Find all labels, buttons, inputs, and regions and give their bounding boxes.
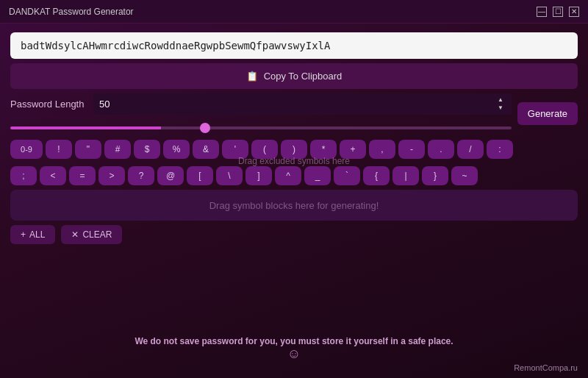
sym-open-brace[interactable]: { xyxy=(363,166,390,185)
sym-question[interactable]: ? xyxy=(128,166,154,185)
sym-ampersand[interactable]: & xyxy=(193,140,219,159)
sym-apostrophe[interactable]: ' xyxy=(222,140,248,159)
sym-quote[interactable]: " xyxy=(75,140,101,159)
slider-row xyxy=(10,118,512,134)
symbol-keys-container: 0-9 ! " # $ % & ' ( ) * + , - . / : Drag… xyxy=(10,140,578,185)
add-icon: + xyxy=(21,229,26,240)
sym-backslash[interactable]: \ xyxy=(216,166,243,185)
clipboard-icon: 📋 xyxy=(246,71,258,82)
length-value: 50 xyxy=(99,99,492,110)
sym-hash[interactable]: # xyxy=(104,140,131,159)
title-bar-left: DANDKAT Password Generator xyxy=(9,7,134,17)
main-content: badtWdsylcAHwmrcdiwcRowddnaeRgwpbSewmQfp… xyxy=(0,24,588,378)
maximize-button[interactable]: ☐ xyxy=(553,7,563,17)
length-down-button[interactable]: ▼ xyxy=(495,104,506,112)
length-up-button[interactable]: ▲ xyxy=(495,96,506,104)
length-generate-row: Password Length 50 ▲ ▼ Generate xyxy=(10,93,578,134)
drag-zone-text: Drag symbol blocks here for generating! xyxy=(209,200,379,211)
sym-exclaim[interactable]: ! xyxy=(46,140,72,159)
length-slider-group: Password Length 50 ▲ ▼ xyxy=(10,93,512,134)
sym-dot[interactable]: . xyxy=(428,140,454,159)
sym-at[interactable]: @ xyxy=(157,166,184,185)
top-section: badtWdsylcAHwmrcdiwcRowddnaeRgwpbSewmQfp… xyxy=(10,32,578,134)
symbol-keys-row1: 0-9 ! " # $ % & ' ( ) * + , - . / : xyxy=(10,140,578,159)
sym-backtick[interactable]: ` xyxy=(334,166,360,185)
sym-0-9[interactable]: 0-9 xyxy=(10,140,43,159)
sym-plus[interactable]: + xyxy=(340,140,366,159)
symbol-keys-row2: ; < = > ? @ [ \ ] ^ _ ` { | } ~ xyxy=(10,166,578,185)
password-display: badtWdsylcAHwmrcdiwcRowddnaeRgwpbSewmQfp… xyxy=(10,32,578,59)
sym-comma[interactable]: , xyxy=(369,140,395,159)
clear-label: CLEAR xyxy=(82,229,112,240)
footer: We do not save password for you, you mus… xyxy=(10,333,578,372)
sym-underscore[interactable]: _ xyxy=(304,166,331,185)
sym-slash[interactable]: / xyxy=(457,140,484,159)
add-all-label: ALL xyxy=(29,229,45,240)
symbols-area: 0-9 ! " # $ % & ' ( ) * + , - . / : Drag… xyxy=(10,140,578,327)
sym-close-bracket[interactable]: ] xyxy=(245,166,272,185)
sym-minus[interactable]: - xyxy=(398,140,425,159)
copy-to-clipboard-button[interactable]: 📋 Copy To Clipboard xyxy=(10,63,578,89)
generate-button[interactable]: Generate xyxy=(517,102,578,125)
title-bar: DANDKAT Password Generator — ☐ ✕ xyxy=(0,0,588,24)
footer-credit: RemontCompa.ru xyxy=(10,363,578,372)
copy-button-label: Copy To Clipboard xyxy=(264,71,343,82)
minimize-button[interactable]: — xyxy=(537,7,547,17)
sym-asterisk[interactable]: * xyxy=(310,140,337,159)
length-slider[interactable] xyxy=(10,126,512,129)
sym-open-bracket[interactable]: [ xyxy=(187,166,213,185)
footer-strong-text: We do not save password for you, you mus… xyxy=(135,336,453,346)
sym-dollar[interactable]: $ xyxy=(134,140,160,159)
clear-button[interactable]: ✕ CLEAR xyxy=(61,225,122,244)
length-top: Password Length 50 ▲ ▼ xyxy=(10,93,512,115)
clear-icon: ✕ xyxy=(71,229,79,240)
app-title: DANDKAT Password Generator xyxy=(9,7,134,17)
smiley-icon: ☺ xyxy=(10,346,578,362)
sym-equals[interactable]: = xyxy=(69,166,96,185)
sym-caret[interactable]: ^ xyxy=(275,166,301,185)
sym-close-paren[interactable]: ) xyxy=(281,140,307,159)
add-all-button[interactable]: + ALL xyxy=(10,225,55,244)
close-button[interactable]: ✕ xyxy=(569,7,579,17)
sym-colon[interactable]: : xyxy=(487,140,513,159)
length-input-box: 50 ▲ ▼ xyxy=(93,93,512,115)
sym-open-paren[interactable]: ( xyxy=(251,140,278,159)
footer-message: We do not save password for you, you mus… xyxy=(10,336,578,346)
sym-percent[interactable]: % xyxy=(163,140,190,159)
sym-greater-than[interactable]: > xyxy=(98,166,125,185)
drag-zone[interactable]: Drag symbol blocks here for generating! xyxy=(10,190,578,221)
sym-less-than[interactable]: < xyxy=(40,166,66,185)
arrow-buttons: ▲ ▼ xyxy=(495,96,506,112)
sym-semicolon[interactable]: ; xyxy=(10,166,37,185)
sym-close-brace[interactable]: } xyxy=(422,166,448,185)
sym-pipe[interactable]: | xyxy=(392,166,419,185)
bottom-actions: + ALL ✕ CLEAR xyxy=(10,225,578,244)
sym-tilde[interactable]: ~ xyxy=(451,166,478,185)
password-length-label: Password Length xyxy=(10,99,87,110)
title-bar-controls: — ☐ ✕ xyxy=(537,7,579,17)
